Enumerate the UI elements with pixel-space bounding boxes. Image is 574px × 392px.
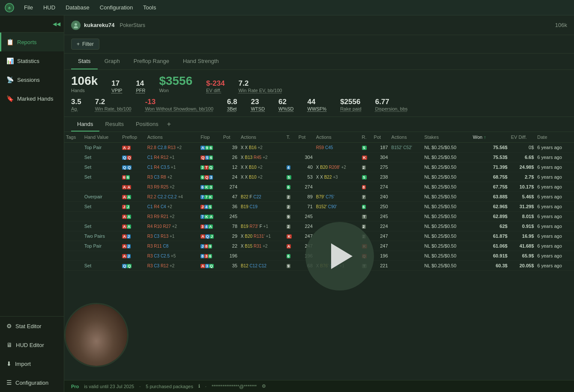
table-row[interactable]: Set 66 R3 C3 R8 +2 6Q3 24 X X B10 +2 5 5… xyxy=(64,172,574,182)
menu-item-configuration[interactable]: Configuration xyxy=(95,3,138,12)
cell-won: 75.53$ xyxy=(471,153,509,162)
cell-preflop-cards: 66 xyxy=(120,172,146,182)
cell-flop-cards: J89 xyxy=(199,241,221,251)
cell-preflop-cards: QQ xyxy=(120,153,146,162)
preflop-action: C3 xyxy=(154,263,159,268)
player-header: kukareku74 PokerStars 106k xyxy=(64,15,574,35)
sidebar-item-stat-editor[interactable]: ⚙ Stat Editor xyxy=(0,317,64,335)
table-row[interactable]: Overpair AA R2.2 C2.2 C2.2 +4 77K 47 B22… xyxy=(64,192,574,202)
cell-flop-actions: X B15 R31 +2 xyxy=(239,241,285,251)
pfr-label: PFR xyxy=(136,88,145,93)
cell-turn-actions xyxy=(314,182,360,192)
cell-preflop-actions: R3 C3 R13 +1 xyxy=(146,231,199,241)
add-tab-button[interactable]: + xyxy=(164,117,173,132)
table-row[interactable]: Set QQ C1 R4 C3.5 +1 3TQ 12 X X B10 +2 4… xyxy=(64,162,574,172)
rake-paid-value: $2556 xyxy=(340,98,362,105)
cell-won: 61.06$ xyxy=(471,241,509,251)
ag-value: 3.5 xyxy=(71,98,81,105)
tab-stats[interactable]: Stats xyxy=(71,54,98,69)
card: Q xyxy=(122,264,127,268)
cell-date: 6 years ago xyxy=(535,221,574,231)
cell-flop-pot: 47 xyxy=(221,192,239,202)
wsd-label: W%SD xyxy=(278,106,293,111)
cell-date: 6 years ago xyxy=(535,162,574,172)
sidebar-item-hud-editor[interactable]: 🖥 HUD Editor xyxy=(0,335,64,354)
filter-button[interactable]: + Filter xyxy=(71,39,99,50)
tab-preflop-range[interactable]: Preflop Range xyxy=(127,54,176,69)
card: Q xyxy=(122,165,127,170)
filter-bar: + Filter xyxy=(64,35,574,54)
menu-item-file[interactable]: File xyxy=(19,3,38,12)
preflop-action: R2.2 xyxy=(147,195,156,199)
tab-hand-strength[interactable]: Hand Strength xyxy=(176,54,226,69)
cell-hand-value: Set xyxy=(83,202,120,212)
cell-tags xyxy=(64,153,83,162)
cell-hand-value: Set xyxy=(83,162,120,172)
preflop-action: R4 xyxy=(154,165,159,170)
vpip-label: VPIP xyxy=(111,88,122,93)
cell-flop-pot: 12 xyxy=(221,162,239,172)
cell-stakes: NL $0.25/$0.50 xyxy=(423,251,471,261)
table-row[interactable]: Set JJ C1 R4 C4 +2 J45 36 B19 C19 2 71 B… xyxy=(64,202,574,212)
table-row[interactable]: Set QQ C1 R4 R12 +1 Q56 26 X B13 R45 +2 … xyxy=(64,153,574,162)
sidebar-item-marked-hands[interactable]: 🔖 Marked Hands xyxy=(0,89,64,108)
stat-ag: 3.5 Ag. xyxy=(71,98,81,111)
settings-icon[interactable]: ⚙ xyxy=(262,383,266,389)
preflop-action: R9 xyxy=(154,185,159,189)
sidebar-item-reports[interactable]: 📋 Reports xyxy=(0,33,64,51)
cell-preflop-actions: R3 C3 R8 +2 xyxy=(146,172,199,182)
card: Q xyxy=(209,264,214,268)
cell-river: 7 xyxy=(360,192,372,202)
separator1: · xyxy=(139,384,141,389)
tab-graph[interactable]: Graph xyxy=(98,54,127,69)
action: R45 xyxy=(254,155,261,160)
hands-tab-hands[interactable]: Hands xyxy=(71,117,99,132)
win-rate-value: 7.2 xyxy=(95,98,132,105)
cell-hand-value: Two Pairs xyxy=(83,231,120,241)
hands-tab-results[interactable]: Results xyxy=(99,117,130,132)
stat-win-rate-ev: 7.2 Win Rate EV, bb/100 xyxy=(239,80,282,93)
cell-flop-actions: B19 R73' F +1 xyxy=(239,221,285,231)
preflop-action: C2.2 xyxy=(168,195,177,199)
video-overlay[interactable] xyxy=(305,222,374,290)
table-row[interactable]: Top Pair AJ R2.8 C2.8 R13 +2 A96 39 X X … xyxy=(64,143,574,153)
cell-won: 75.56$ xyxy=(471,143,509,153)
sidebar-item-configuration[interactable]: ☰ Configuration xyxy=(0,373,64,392)
player-info: kukareku74 PokerStars xyxy=(71,21,145,30)
action: C45 xyxy=(325,145,333,150)
cell-tags xyxy=(64,221,83,231)
cell-hand-value: Overpair xyxy=(83,192,120,202)
preflop-action: C2.5 xyxy=(161,254,170,258)
hands-tab-positions[interactable]: Positions xyxy=(130,117,164,132)
cell-preflop-actions: R3 R11 C8 xyxy=(146,241,199,251)
player-name: kukareku74 xyxy=(84,22,115,28)
menu-item-database[interactable]: Database xyxy=(60,3,95,12)
cell-turn-actions xyxy=(314,153,360,162)
sidebar-item-import[interactable]: ⬇ Import xyxy=(0,354,64,373)
table-row[interactable]: AA R3 R9 R25 +2 6K3 274 6 274 8 274 NL $… xyxy=(64,182,574,192)
preflop-action: R13 xyxy=(168,145,176,150)
cell-preflop-actions: R2.8 C2.8 R13 +2 xyxy=(146,143,199,153)
cell-river: 5 xyxy=(360,172,372,182)
sidebar-item-statistics[interactable]: 📊 Statistics xyxy=(0,51,64,70)
menu-item-tools[interactable]: Tools xyxy=(138,3,161,12)
card: 6 xyxy=(209,156,213,160)
cell-river-actions xyxy=(390,162,423,172)
col-won: Won ↑ xyxy=(471,132,509,143)
collapse-icon[interactable]: ◀◀ xyxy=(53,21,60,27)
cell-river-actions: B152' C52' xyxy=(390,143,423,153)
play-button[interactable] xyxy=(331,243,353,269)
cell-date: 6 years ago xyxy=(535,202,574,212)
cell-tags xyxy=(64,231,83,241)
preflop-action: R13 xyxy=(161,234,168,239)
menu-item-hud[interactable]: HUD xyxy=(38,3,60,12)
cell-won: 62.89$ xyxy=(471,212,509,221)
sidebar-item-label-sessions: Sessions xyxy=(17,77,40,83)
sidebar-item-sessions[interactable]: 📡 Sessions xyxy=(0,70,64,89)
cell-won: 60.91$ xyxy=(471,251,509,261)
cell-stakes: NL $0.25/$0.50 xyxy=(423,241,471,251)
cell-preflop-actions: R3 C3 R12 +2 xyxy=(146,261,199,271)
cell-river-actions xyxy=(390,251,423,261)
table-row[interactable]: AA R3 R9 R21 +2 7KA 245 9 245 T 245 NL $… xyxy=(64,212,574,221)
card: J xyxy=(200,244,204,248)
